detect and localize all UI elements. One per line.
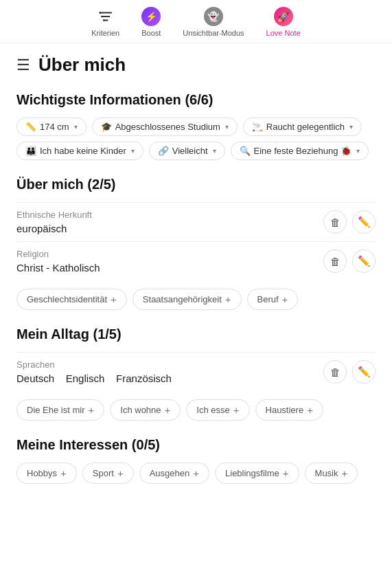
section-interessen-title: Meine Interessen (0/5) [16,437,376,453]
add-staatsangehoerigkkeit[interactable]: Staatsangehörigkeit + [132,289,242,310]
chevron-raucht: ▾ [349,123,353,131]
chip-kinder[interactable]: 👪 Ich habe keine Kinder ▾ [16,142,143,160]
alltag-add-chips: Die Ehe ist mir + Ich wohne + Ich esse +… [16,399,376,421]
top-nav: Kriterien ⚡ Boost 👻 Unsichtbar-Modus 🚀 L… [0,0,392,43]
sprache-englisch: Englisch [66,373,105,384]
sprachen-delete-btn[interactable]: 🗑 [323,360,347,383]
ethnisch-label: Ethnische Herkunft [16,210,376,220]
beziehung-icon: 🔍 [240,146,251,156]
religion-edit-btn[interactable]: ✏️ [352,249,376,273]
studium-icon: 🎓 [101,122,112,132]
kinder-icon: 👪 [25,146,36,156]
plus-icon-12: + [342,467,348,479]
ethnisch-edit-btn[interactable]: ✏️ [352,210,376,234]
chip-studium[interactable]: 🎓 Abgeschlossenes Studium ▾ [92,118,238,136]
sprachen-actions: 🗑 ✏️ [323,360,376,383]
menu-icon: ☰ [16,56,30,74]
info-item-ethnisch: Ethnische Herkunft europäisch 🗑 ✏️ [16,202,376,241]
ehe-label: Die Ehe ist mir [27,405,85,415]
svg-point-4 [101,16,103,18]
nav-boost[interactable]: ⚡ Boost [141,7,161,37]
chip-beziehung[interactable]: 🔍 Eine feste Beziehung 🐞 ▾ [231,142,369,160]
beruf-label: Beruf [257,294,279,304]
section-ueber-mich: Über mich (2/5) Ethnische Herkunft europ… [16,177,376,310]
chip-vielleicht-label: Vielleicht [172,146,208,156]
add-hobbys[interactable]: Hobbys + [16,463,77,484]
staatsangehoerigkeit-label: Staatsangehörigkeit [143,294,222,304]
section-interessen: Meine Interessen (0/5) Hobbys + Sport + … [16,437,376,484]
add-sport[interactable]: Sport + [82,463,134,484]
chevron-vielleicht: ▾ [213,147,216,155]
plus-icon-1: + [111,293,117,305]
wohne-label: Ich wohne [120,405,161,415]
height-icon: 📏 [25,122,36,132]
chip-raucht[interactable]: 🚬 Raucht gelegentlich ▾ [243,118,362,136]
ausgehen-label: Ausgehen [150,468,190,478]
add-geschlechtsidentitaet[interactable]: Geschlechtsidentität + [16,289,127,310]
ethnisch-actions: 🗑 ✏️ [323,210,376,234]
plus-icon-11: + [283,467,289,479]
add-beruf[interactable]: Beruf + [247,289,299,310]
add-esse[interactable]: Ich esse + [186,399,249,421]
religion-delete-btn[interactable]: 🗑 [323,249,347,273]
chip-vielleicht[interactable]: 🔗 Vielleicht ▾ [149,142,225,160]
svg-point-3 [99,12,101,14]
add-ausgehen[interactable]: Ausgehen + [139,463,209,484]
nav-boost-label: Boost [141,29,161,37]
raucht-icon: 🚬 [252,122,263,132]
ueber-mich-add-chips: Geschlechtsidentität + Staatsangehörigke… [16,289,376,310]
musik-label: Musik [315,468,338,478]
sprachen-edit-btn[interactable]: ✏️ [352,360,376,383]
chevron-height: ▾ [74,123,78,131]
add-haustiere[interactable]: Haustiere + [255,399,323,421]
religion-actions: 🗑 ✏️ [323,249,376,273]
plus-icon-10: + [193,467,199,479]
nav-lovenote[interactable]: 🚀 Love Note [266,7,301,37]
sprache-deutsch: Deutsch [16,373,54,384]
add-wohne[interactable]: Ich wohne + [110,399,181,421]
chevron-kinder: ▾ [131,147,135,155]
sport-label: Sport [93,468,114,478]
plus-icon-6: + [233,404,240,416]
plus-icon-5: + [165,404,171,416]
add-musik[interactable]: Musik + [305,463,358,484]
chip-height[interactable]: 📏 174 cm ▾ [16,118,87,136]
page-title: Über mich [38,54,126,76]
plus-icon-7: + [307,404,313,416]
esse-label: Ich esse [196,405,229,415]
nav-kriterien-label: Kriterien [91,29,119,37]
chip-height-label: 174 cm [40,122,69,132]
religion-value: Christ - Katholisch [16,262,376,274]
chip-beziehung-label: Eine feste Beziehung 🐞 [254,146,351,156]
wichtigste-chips-row2: 👪 Ich habe keine Kinder ▾ 🔗 Vielleicht ▾… [16,142,376,160]
wichtigste-chips-row: 📏 174 cm ▾ 🎓 Abgeschlossenes Studium ▾ 🚬… [16,118,376,136]
hobbys-label: Hobbys [27,468,57,478]
geschlechtsidentitaet-label: Geschlechtsidentität [27,294,107,304]
section-alltag: Mein Alltag (1/5) Sprachen Deutsch Engli… [16,326,376,421]
add-lieblingsfilme[interactable]: Lieblingsfilme + [215,463,299,484]
criteria-icon [96,7,115,26]
ghost-icon: 👻 [204,7,223,26]
sprachen-value: Deutsch Englisch Französisch [16,373,376,384]
plus-icon-9: + [117,467,124,479]
boost-icon: ⚡ [141,7,161,26]
sprache-franzoesisch: Französisch [116,373,172,384]
chip-kinder-label: Ich habe keine Kinder [40,146,126,156]
plus-icon-3: + [282,293,288,305]
sprachen-label: Sprachen [16,359,376,370]
add-ehe[interactable]: Die Ehe ist mir + [16,399,104,421]
interessen-add-chips: Hobbys + Sport + Ausgehen + Lieblingsfil… [16,463,376,484]
plus-icon-2: + [225,293,231,305]
plus-icon-8: + [60,467,67,479]
info-item-religion: Religion Christ - Katholisch 🗑 ✏️ [16,241,376,280]
nav-kriterien[interactable]: Kriterien [91,7,119,37]
section-alltag-title: Mein Alltag (1/5) [16,326,376,342]
chevron-studium: ▾ [225,123,229,131]
section-wichtigste-title: Wichtigste Informationen (6/6) [16,92,376,108]
ethnisch-value: europäisch [16,223,376,234]
religion-label: Religion [16,249,376,259]
ethnisch-delete-btn[interactable]: 🗑 [323,210,347,234]
svg-point-5 [103,19,105,21]
nav-unsichtbar[interactable]: 👻 Unsichtbar-Modus [183,7,244,37]
love-icon: 🚀 [274,7,293,26]
